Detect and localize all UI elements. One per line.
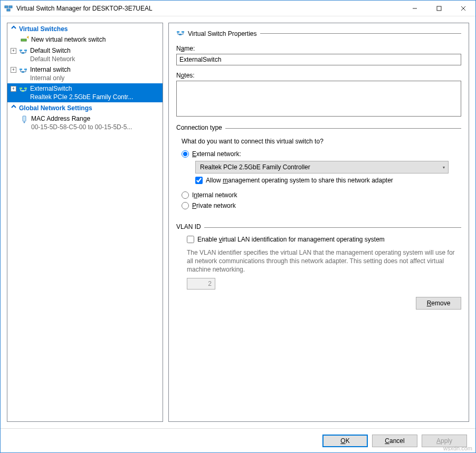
cancel-button[interactable]: Cancel — [372, 435, 417, 447]
minimize-button[interactable] — [403, 1, 427, 16]
mac-range-icon — [20, 115, 28, 123]
new-switch-icon: ✦ — [20, 36, 28, 44]
expand-icon[interactable]: + — [11, 48, 16, 54]
vlan-id-input — [187, 278, 215, 290]
svg-point-29 — [24, 122, 25, 123]
private-network-radio[interactable]: Private network — [182, 202, 460, 209]
internal-network-radio[interactable]: Internal network — [182, 191, 460, 199]
svg-rect-1 — [9, 6, 12, 8]
svg-rect-16 — [20, 69, 22, 70]
navigation-tree[interactable]: Virtual Switches ✦ New virtual network s… — [7, 23, 163, 422]
vlan-info-text: The VLAN identifier specifies the virtua… — [187, 248, 460, 274]
close-button[interactable] — [451, 1, 475, 16]
svg-rect-4 — [437, 6, 441, 11]
app-icon — [4, 4, 13, 13]
tree-item-internal-switch[interactable]: + Internal switch Internal only — [7, 64, 163, 83]
svg-text:✦: ✦ — [26, 36, 28, 41]
connection-prompt: What do you want to connect this virtual… — [182, 138, 460, 145]
tree-item-external-switch[interactable]: + ExternalSwitch Realtek PCIe 2.5GbE Fam… — [7, 83, 163, 102]
name-input[interactable] — [176, 54, 461, 65]
ok-button[interactable]: OK — [322, 435, 368, 447]
remove-button[interactable]: Remove — [416, 297, 461, 310]
notes-textarea[interactable] — [176, 81, 461, 117]
apply-button: Apply — [422, 435, 467, 447]
tree-item-new-switch[interactable]: ✦ New virtual network switch — [7, 34, 163, 45]
switch-icon — [19, 85, 27, 93]
svg-rect-2 — [7, 9, 10, 11]
switch-icon — [19, 47, 27, 55]
svg-rect-17 — [24, 69, 27, 70]
svg-rect-28 — [23, 116, 26, 121]
properties-panel: Virtual Switch Properties Name: Notes: C… — [168, 23, 469, 422]
maximize-button[interactable] — [427, 1, 451, 16]
dialog-footer: OK Cancel Apply — [1, 428, 475, 452]
titlebar: Virtual Switch Manager for DESKTOP-3E7UE… — [1, 1, 475, 16]
svg-rect-31 — [182, 31, 184, 33]
expand-icon[interactable]: + — [11, 86, 16, 92]
svg-rect-0 — [5, 6, 8, 8]
expand-icon[interactable]: + — [11, 67, 16, 73]
switch-icon — [19, 66, 27, 74]
tree-header-global[interactable]: Global Network Settings — [7, 102, 163, 113]
chevron-down-icon: ▾ — [443, 165, 445, 170]
svg-rect-23 — [24, 88, 27, 89]
external-network-radio[interactable]: External network: — [182, 150, 460, 158]
tree-header-switches[interactable]: Virtual Switches — [7, 23, 163, 34]
adapter-dropdown[interactable]: Realtek PCIe 2.5GbE Family Controller ▾ — [195, 161, 449, 174]
switch-icon — [176, 28, 185, 38]
enable-vlan-checkbox[interactable]: Enable virtual LAN identification for ma… — [187, 236, 460, 243]
svg-rect-9 — [20, 50, 22, 51]
tree-item-mac-range[interactable]: MAC Address Range 00-15-5D-58-C5-00 to 0… — [7, 113, 163, 132]
svg-rect-10 — [24, 50, 27, 51]
notes-label: Notes: — [176, 72, 461, 79]
collapse-icon — [11, 24, 17, 32]
connection-type-section: Connection type — [176, 124, 461, 131]
window-title: Virtual Switch Manager for DESKTOP-3E7UE… — [16, 5, 403, 12]
name-label: Name: — [176, 45, 461, 52]
svg-rect-22 — [20, 88, 22, 89]
allow-mgmt-checkbox[interactable]: Allow management operating system to sha… — [195, 177, 460, 184]
tree-item-default-switch[interactable]: + Default Switch Default Network — [7, 45, 163, 64]
svg-rect-30 — [177, 31, 179, 33]
collapse-icon — [11, 103, 17, 111]
vlan-section: VLAN ID — [176, 223, 461, 230]
group-title: Virtual Switch Properties — [188, 30, 257, 37]
